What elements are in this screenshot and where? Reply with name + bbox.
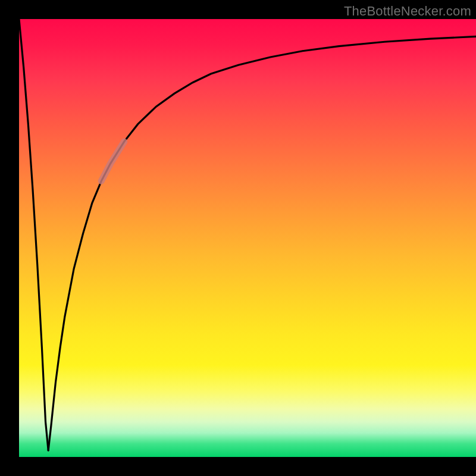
bottleneck-curve xyxy=(19,19,476,450)
chart-frame: TheBottleNecker.com xyxy=(0,0,476,476)
highlight-segment xyxy=(101,142,124,181)
curve-path-right xyxy=(48,36,476,450)
plot-area xyxy=(19,19,476,457)
watermark-text: TheBottleNecker.com xyxy=(344,4,471,19)
curve-path-left xyxy=(19,19,48,450)
curve-layer xyxy=(19,19,476,457)
